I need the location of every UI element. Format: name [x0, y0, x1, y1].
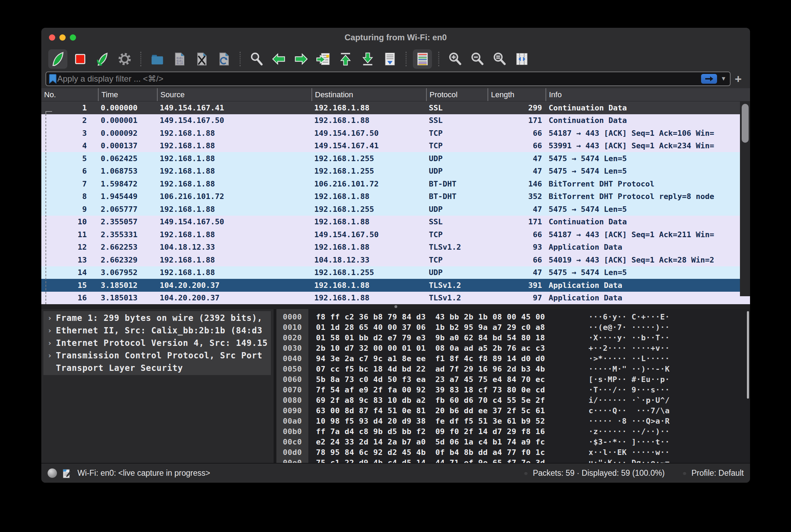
column-header-protocol[interactable]: Protocol [426, 88, 488, 101]
column-header-source[interactable]: Source [157, 88, 311, 101]
hex-row[interactable]: 00707f 54 af e9 2f fa 00 92 39 83 18 cf … [276, 385, 750, 395]
display-filter-input[interactable] [57, 74, 701, 84]
detail-tree-row[interactable]: ›Transmission Control Protocol, Src Port [43, 349, 271, 362]
expander-chevron-icon[interactable]: › [43, 324, 56, 337]
bookmark-icon[interactable] [49, 74, 57, 84]
restart-capture-button[interactable] [93, 49, 112, 69]
column-header-length[interactable]: Length [488, 88, 546, 101]
hex-offset: 00e0 [276, 458, 308, 463]
packet-list-scrollbar-track[interactable] [740, 101, 750, 296]
start-capture-button[interactable] [48, 49, 67, 69]
capture-comment-icon[interactable] [63, 468, 72, 479]
go-to-packet-button[interactable] [314, 49, 333, 69]
packet-row[interactable]: 153.185012104.20.200.37192.168.1.88TLSv1… [41, 279, 750, 292]
cell-source: 192.168.1.88 [157, 256, 311, 264]
open-file-button[interactable] [148, 49, 167, 69]
detail-tree-row[interactable]: ›Frame 1: 299 bytes on wire (2392 bits), [43, 312, 271, 324]
hex-row[interactable]: 005007 cc f5 bc 18 4d bd 22 ad 7f 29 16 … [276, 364, 750, 374]
column-header-no[interactable]: No. [41, 88, 98, 101]
expander-chevron-icon[interactable]: › [43, 312, 56, 324]
title-bar[interactable]: Capturing from Wi-Fi: en0 [41, 28, 750, 47]
hex-row[interactable]: 00c0e2 24 33 2d 14 2a b7 a0 5d 06 1a c4 … [276, 437, 750, 447]
packet-row[interactable]: 61.068753192.168.1.88192.168.1.255UDP475… [41, 165, 750, 178]
colorize-packets-button[interactable] [413, 49, 432, 69]
hex-row[interactable]: 0000f8 ff c2 36 b8 79 84 d3 43 bb 2b 1b … [276, 312, 750, 322]
hex-row[interactable]: 001001 1d 28 65 40 00 37 06 1b b2 95 9a … [276, 322, 750, 333]
hex-row[interactable]: 00b0ff 7a d4 c8 9b d5 bb f2 09 f0 2f 14 … [276, 426, 750, 437]
packet-row[interactable]: 163.185013104.20.200.37192.168.1.88TLSv1… [41, 292, 750, 305]
filter-dropdown-caret[interactable]: ▼ [721, 75, 726, 82]
expert-info-icon[interactable] [48, 468, 57, 478]
zoom-in-button[interactable] [446, 49, 465, 69]
reload-file-button[interactable] [214, 49, 233, 69]
find-packet-button[interactable] [247, 49, 266, 69]
detail-tree-row[interactable]: ›Internet Protocol Version 4, Src: 149.1… [43, 337, 271, 349]
hex-row[interactable]: 004094 3e 2a c7 9c a1 8e ee f1 8f 4c f8 … [276, 354, 750, 364]
go-to-bottom-button[interactable] [358, 49, 377, 69]
close-file-button[interactable] [192, 49, 211, 69]
pane-splitter[interactable] [41, 304, 750, 309]
auto-scroll-button[interactable] [380, 49, 399, 69]
add-filter-button[interactable]: + [731, 73, 746, 85]
hex-scrollbar[interactable] [747, 311, 749, 399]
hex-ascii: ·X····y· ··b··T·· [589, 333, 670, 343]
go-back-button[interactable] [269, 49, 288, 69]
save-file-button[interactable]: 0101 0101 0110 [170, 49, 189, 69]
column-header-time[interactable]: Time [98, 88, 157, 101]
cell-info: 53991 → 443 [ACK] Seq=1 Ack=234 Win= [546, 141, 750, 150]
hex-row[interactable]: 00a010 98 f5 93 d4 20 d9 38 fe df f5 51 … [276, 416, 750, 426]
hex-row[interactable]: 00302b 10 d7 32 00 00 01 01 08 0a ad a5 … [276, 343, 750, 354]
packet-row[interactable]: 102.355057149.154.167.50192.168.1.88SSL1… [41, 216, 750, 228]
pane-vertical-divider[interactable] [274, 309, 276, 463]
expander-chevron-icon[interactable]: › [43, 337, 56, 349]
hex-bytes: e2 24 33 2d 14 2a b7 a0 5d 06 1a c4 b1 7… [316, 437, 547, 447]
display-filter-field[interactable]: ▼ [45, 72, 731, 86]
cell-info: Continuation Data [546, 103, 750, 112]
packet-row[interactable]: 81.945449106.216.101.72192.168.1.88BT-DH… [41, 190, 750, 203]
packet-row[interactable]: 122.662253104.18.12.33192.168.1.88TLSv1.… [41, 241, 750, 254]
packet-list-scrollbar-thumb[interactable] [742, 104, 749, 143]
cell-source: 192.168.1.88 [157, 167, 311, 175]
column-header-info[interactable]: Info [546, 88, 750, 101]
packet-row[interactable]: 143.067952192.168.1.88192.168.1.255UDP47… [41, 266, 750, 279]
packet-row[interactable]: 132.662329192.168.1.88104.18.12.33TCP665… [41, 253, 750, 266]
apply-filter-button[interactable] [701, 74, 717, 84]
go-to-top-button[interactable] [336, 49, 355, 69]
cell-source: 192.168.1.88 [157, 180, 311, 188]
hex-bytes: 10 98 f5 93 d4 20 d9 38 fe df f5 51 3e 6… [316, 416, 547, 426]
zoom-reset-button[interactable] [490, 49, 509, 69]
hex-row[interactable]: 00d078 95 84 6c 92 d2 45 4b 0f b4 8b dd … [276, 447, 750, 458]
packet-row[interactable]: 50.062425192.168.1.88192.168.1.255UDP475… [41, 152, 750, 165]
toolbar-separator [438, 52, 439, 66]
hex-row[interactable]: 008069 2f a8 9c 83 10 db a2 fb 60 d6 70 … [276, 395, 750, 406]
cell-time: 2.355331 [98, 230, 157, 239]
cell-info: Continuation Data [546, 217, 750, 226]
column-header-destination[interactable]: Destination [311, 88, 426, 101]
detail-tree-row[interactable]: ›Ethernet II, Src: Calix_bb:2b:1b (84:d3 [43, 324, 271, 337]
profile-group[interactable]: Profile: Default [683, 468, 744, 478]
packet-list-pane: No.TimeSourceDestinationProtocolLengthIn… [41, 88, 750, 304]
go-forward-button[interactable] [291, 49, 310, 69]
packet-row[interactable]: 112.355331192.168.1.88149.154.167.50TCP6… [41, 228, 750, 241]
packet-row[interactable]: 71.598472192.168.1.88106.216.101.72BT-DH… [41, 177, 750, 190]
cell-destination: 192.168.1.255 [311, 268, 426, 277]
detail-tree-row[interactable]: Transport Layer Security [43, 362, 271, 374]
hex-row[interactable]: 00605b 8a 73 c0 4d 50 f3 ea 23 a7 45 75 … [276, 374, 750, 385]
packet-list-rows: 10.000000149.154.167.41192.168.1.88SSL29… [41, 101, 750, 304]
hex-row[interactable]: 009063 00 8d 87 f4 51 0e 81 20 b6 dd ee … [276, 406, 750, 416]
cell-no: 3 [41, 129, 98, 138]
packet-row[interactable]: 10.000000149.154.167.41192.168.1.88SSL29… [41, 101, 750, 114]
hex-offset: 0080 [276, 395, 308, 406]
packet-row[interactable]: 92.065777192.168.1.88192.168.1.255UDP475… [41, 203, 750, 216]
packet-count-group: Packets: 59 · Displayed: 59 (100.0%) [524, 468, 665, 478]
hex-row[interactable]: 002001 58 01 bb d2 e7 79 e3 9b a0 62 84 … [276, 333, 750, 343]
expander-chevron-icon[interactable]: › [43, 349, 56, 362]
capture-options-button[interactable] [115, 49, 134, 69]
resize-columns-button[interactable] [512, 49, 531, 69]
packet-row[interactable]: 30.000092192.168.1.88149.154.167.50TCP66… [41, 127, 750, 140]
zoom-out-button[interactable] [468, 49, 487, 69]
packet-row[interactable]: 40.000137192.168.1.88149.154.167.41TCP66… [41, 140, 750, 152]
stop-capture-button[interactable] [70, 49, 90, 69]
hex-row[interactable]: 00e075 c1 22 d9 4b c4 d5 14 44 71 ef 9e … [276, 458, 750, 463]
packet-row[interactable]: 20.000001149.154.167.50192.168.1.88SSL17… [41, 114, 750, 127]
